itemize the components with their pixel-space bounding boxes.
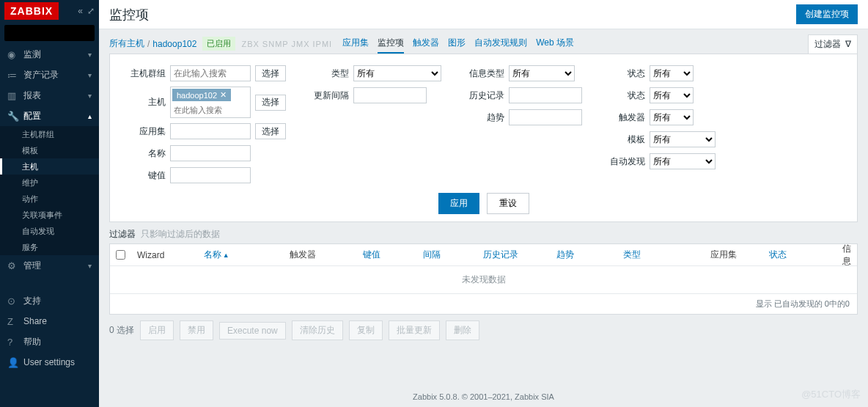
subnav-templates[interactable]: 模板 [0, 142, 99, 158]
filter-toggle[interactable]: 过滤器 ∇ [808, 34, 858, 54]
filter-trend-input[interactable] [509, 109, 582, 125]
subnav-hosts[interactable]: 主机 [0, 158, 99, 175]
col-key[interactable]: 键值 [357, 249, 417, 261]
filter-state-select[interactable]: 所有 [650, 65, 694, 81]
filter-app-select[interactable]: 选择 [255, 123, 286, 139]
filter-discovery-select[interactable]: 所有 [650, 153, 716, 169]
tab-discovery[interactable]: 自动发现规则 [474, 34, 527, 54]
nav-monitoring[interactable]: ◉监测▾ [0, 44, 99, 65]
tab-applications[interactable]: 应用集 [342, 34, 369, 54]
create-item-button[interactable]: 创建监控项 [796, 4, 858, 24]
col-history[interactable]: 历史记录 [477, 249, 551, 261]
sidebar-search[interactable]: 🔍 [4, 25, 95, 41]
filter-host-box: hadoop102✕ [170, 87, 251, 118]
col-status[interactable]: 状态 [763, 249, 836, 261]
tab-web[interactable]: Web 场景 [536, 34, 574, 54]
chevron-up-icon: ▴ [88, 112, 92, 120]
gear-icon: ⚙ [7, 260, 21, 271]
sidebar: ZABBIX « ⤢ 🔍 ◉监测▾ ≔资产记录▾ ▥报表▾ 🔧配置▴ 主机群组 … [0, 0, 99, 407]
subnav-hostgroups[interactable]: 主机群组 [0, 126, 99, 142]
col-app[interactable]: 应用集 [684, 249, 764, 261]
filter-key-label: 键值 [125, 169, 166, 182]
collapse-icon[interactable]: « [78, 6, 83, 16]
col-wizard[interactable]: Wizard [131, 250, 198, 260]
subnav-services[interactable]: 服务 [0, 239, 99, 255]
popout-icon[interactable]: ⤢ [87, 6, 95, 16]
nav-help[interactable]: ?帮助 [0, 331, 99, 352]
tab-graphs[interactable]: 图形 [448, 34, 466, 54]
wrench-icon: 🔧 [7, 111, 21, 122]
nav-admin[interactable]: ⚙管理▾ [0, 255, 99, 276]
breadcrumb-all-hosts[interactable]: 所有主机 [109, 37, 144, 50]
host-tabs: 应用集 监控项 触发器 图形 自动发现规则 Web 场景 [342, 34, 574, 54]
filter-key-input[interactable] [170, 167, 251, 183]
filter-triggers-select[interactable]: 所有 [650, 109, 694, 125]
filter-status-select[interactable]: 所有 [650, 87, 694, 103]
subnav-maintenance[interactable]: 维护 [0, 175, 99, 191]
col-trend[interactable]: 趋势 [551, 249, 617, 261]
chart-icon: ▥ [7, 90, 21, 101]
filter-history-label: 历史记录 [463, 89, 504, 102]
help-icon: ? [7, 337, 21, 348]
interface-tabs-disabled: ZBX SNMP JMX IPMI [241, 40, 332, 48]
filter-status-label: 状态 [604, 89, 645, 102]
tab-triggers[interactable]: 触发器 [413, 34, 439, 54]
bulk-delete: 删除 [446, 320, 479, 340]
col-interval[interactable]: 间隔 [417, 249, 477, 261]
table-empty: 未发现数据 [110, 266, 857, 294]
filter-app-label: 应用集 [125, 125, 166, 138]
filter-template-select[interactable]: 所有 [650, 131, 716, 147]
watermark: @51CTO博客 [801, 388, 861, 401]
filter-name-input[interactable] [170, 145, 251, 161]
filter-group-select[interactable]: 选择 [255, 65, 286, 81]
nav-inventory[interactable]: ≔资产记录▾ [0, 65, 99, 85]
subnav-correlation[interactable]: 关联项事件 [0, 207, 99, 223]
filter-group-input[interactable] [170, 65, 251, 81]
filter-type-label: 类型 [308, 67, 349, 80]
bulk-disable: 禁用 [180, 320, 213, 340]
nav-configuration[interactable]: 🔧配置▴ [0, 106, 99, 126]
filter-group-label: 主机群组 [125, 67, 166, 80]
page-header: 监控项 创建监控项 [99, 0, 868, 29]
subnav-actions[interactable]: 动作 [0, 191, 99, 207]
subnav-configuration: 主机群组 模板 主机 维护 动作 关联项事件 自动发现 服务 [0, 126, 99, 255]
filter-trend-label: 趋势 [463, 111, 504, 124]
chevron-down-icon: ▾ [88, 92, 92, 100]
filter-template-label: 模板 [604, 133, 645, 146]
items-table: Wizard 名称▲ 触发器 键值 间隔 历史记录 趋势 类型 应用集 状态 信… [109, 243, 858, 315]
logo: ZABBIX [4, 2, 59, 20]
col-triggers[interactable]: 触发器 [284, 249, 357, 261]
filter-icon: ∇ [845, 39, 851, 49]
filter-infotype-select[interactable]: 所有 [509, 65, 575, 81]
filter-triggers-label: 触发器 [604, 111, 645, 124]
filter-host-select[interactable]: 选择 [255, 95, 286, 111]
nav-share[interactable]: ZShare [0, 311, 99, 331]
col-info[interactable]: 信息 [836, 243, 857, 268]
col-type[interactable]: 类型 [617, 249, 684, 261]
table-header: Wizard 名称▲ 触发器 键值 间隔 历史记录 趋势 类型 应用集 状态 信… [110, 244, 857, 266]
nav-support[interactable]: ⊙支持 [0, 290, 99, 311]
filter-history-input[interactable] [509, 87, 582, 103]
select-all-checkbox[interactable] [116, 250, 125, 260]
filter-interval-input[interactable] [353, 87, 427, 103]
subnav-discovery[interactable]: 自动发现 [0, 223, 99, 239]
headset-icon: ⊙ [7, 296, 21, 307]
filter-apply-button[interactable]: 应用 [438, 193, 479, 214]
breadcrumb-host[interactable]: hadoop102 [152, 39, 196, 49]
filter-reset-button[interactable]: 重设 [487, 193, 529, 214]
col-name[interactable]: 名称▲ [198, 249, 284, 261]
filter-toggle-label: 过滤器 [814, 38, 841, 51]
sort-asc-icon: ▲ [223, 252, 229, 259]
nav-reports[interactable]: ▥报表▾ [0, 85, 99, 106]
share-icon: Z [7, 316, 21, 327]
filter-type-select[interactable]: 所有 [353, 65, 441, 81]
filter-app-input[interactable] [170, 123, 251, 139]
bulk-actions: 0 选择 启用 禁用 Execute now 清除历史 复制 批量更新 删除 [109, 320, 858, 340]
bulk-copy: 复制 [349, 320, 383, 340]
bulk-clear-history: 清除历史 [292, 320, 343, 340]
nav-user-settings[interactable]: 👤User settings [0, 352, 99, 373]
filter-host-input[interactable] [171, 103, 250, 117]
tab-items[interactable]: 监控项 [378, 34, 404, 54]
filter-discovery-label: 自动发现 [604, 155, 645, 168]
close-icon[interactable]: ✕ [220, 90, 227, 100]
